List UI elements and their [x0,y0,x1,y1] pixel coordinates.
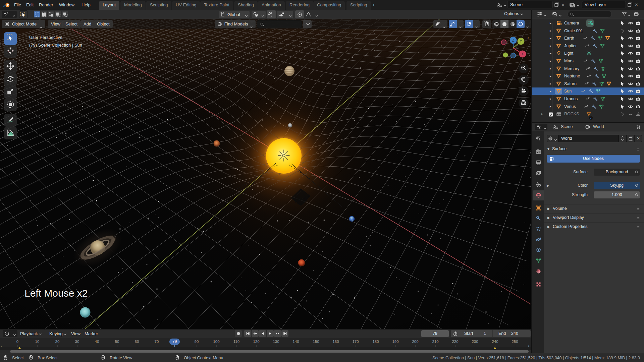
svg-text:X: X [521,52,524,56]
svg-text:Z: Z [512,38,515,42]
svg-text:Y: Y [520,39,522,43]
